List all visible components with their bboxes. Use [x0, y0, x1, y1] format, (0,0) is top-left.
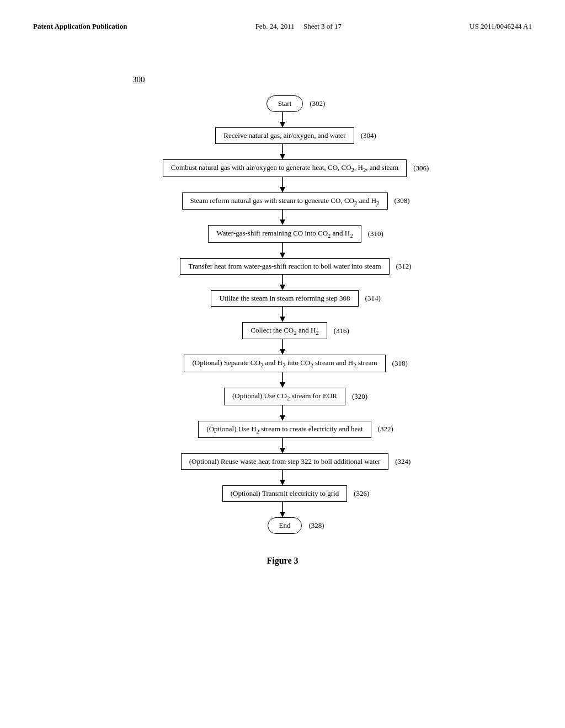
step-322: (Optional) Use H2 stream to create elect… [198, 421, 371, 438]
step-324: (Optional) Reuse waste heat from step 32… [181, 453, 389, 470]
header-right: US 2011/0046244 A1 [470, 22, 532, 31]
flow-row-314: Utilize the steam in steam reforming ste… [33, 290, 532, 307]
header-date: Feb. 24, 2011 [255, 22, 295, 30]
svg-marker-5 [280, 187, 285, 192]
step-314-label: (314) [365, 294, 393, 303]
step-328-label: (328) [308, 521, 336, 530]
flow-row-308: Steam reform natural gas with steam to g… [33, 192, 532, 210]
step-316-label: (316) [334, 326, 361, 335]
step-310: Water-gas-shift remaining CO into CO2 an… [208, 225, 361, 243]
arrow-9 [278, 372, 287, 388]
header-left: Patent Application Publication [33, 22, 127, 31]
figure-caption: Figure 3 [266, 556, 298, 566]
arrow-11 [278, 438, 287, 453]
svg-marker-25 [280, 512, 285, 517]
svg-marker-23 [280, 480, 285, 485]
flow-row-310: Water-gas-shift remaining CO into CO2 an… [33, 225, 532, 243]
flow-row-318: (Optional) Separate CO2 and H2 into CO2 … [33, 355, 532, 372]
step-320: (Optional) Use CO2 stream for EOR [224, 388, 345, 405]
arrow-2 [278, 144, 287, 159]
arrow-5 [278, 243, 287, 258]
flow-row-326: (Optional) Transmit electricity to grid … [33, 485, 532, 502]
step-318: (Optional) Separate CO2 and H2 into CO2 … [184, 355, 385, 372]
flow-wrapper: Start (302) Receive natural gas, air/oxy… [33, 95, 532, 534]
header-center: Feb. 24, 2011 Sheet 3 of 17 [255, 22, 342, 31]
arrow-6 [278, 275, 287, 290]
flow-row-322: (Optional) Use H2 stream to create elect… [33, 421, 532, 438]
step-312: Transfer heat from water-gas-shift react… [180, 258, 389, 275]
svg-marker-1 [280, 122, 285, 127]
step-304: Receive natural gas, air/oxygen, and wat… [215, 127, 354, 144]
arrow-7 [278, 307, 287, 322]
arrow-8 [278, 339, 287, 355]
svg-marker-19 [280, 415, 285, 421]
step-318-label: (318) [392, 359, 420, 368]
page-header: Patent Application Publication Feb. 24, … [33, 22, 532, 31]
step-326-label: (326) [354, 489, 381, 498]
step-308: Steam reform natural gas with steam to g… [182, 192, 388, 210]
flow-row-312: Transfer heat from water-gas-shift react… [33, 258, 532, 275]
arrow-13 [278, 502, 287, 517]
flow-row-304: Receive natural gas, air/oxygen, and wat… [33, 127, 532, 144]
step-322-label: (322) [378, 425, 406, 433]
step-302: Start [266, 95, 303, 112]
flow-row-302: Start (302) [33, 95, 532, 112]
flow-row-320: (Optional) Use CO2 stream for EOR (320) [33, 388, 532, 405]
svg-marker-3 [280, 154, 285, 159]
flow-row-306: Combust natural gas with air/oxygen to g… [33, 159, 532, 177]
step-326: (Optional) Transmit electricity to grid [222, 485, 347, 502]
arrow-3 [278, 177, 287, 192]
step-314: Utilize the steam in steam reforming ste… [211, 290, 358, 307]
step-308-label: (308) [395, 196, 422, 205]
step-324-label: (324) [395, 457, 423, 466]
step-306: Combust natural gas with air/oxygen to g… [163, 159, 407, 177]
diagram-id: 300 [132, 75, 145, 84]
arrow-10 [278, 405, 287, 421]
step-320-label: (320) [352, 392, 380, 401]
svg-marker-11 [280, 285, 285, 290]
step-316: Collect the CO2 and H2 [242, 322, 327, 340]
page: Patent Application Publication Feb. 24, … [0, 0, 565, 728]
arrow-1 [278, 112, 287, 127]
arrow-4 [278, 210, 287, 225]
header-sheet: Sheet 3 of 17 [303, 22, 342, 30]
step-304-label: (304) [361, 131, 388, 140]
svg-marker-9 [280, 253, 285, 258]
step-312-label: (312) [396, 262, 424, 271]
flow-row-328: End (328) [33, 517, 532, 534]
diagram-container: 300 Start (302) Receive natural gas, air… [33, 64, 532, 566]
svg-marker-15 [280, 349, 285, 355]
flow-row-324: (Optional) Reuse waste heat from step 32… [33, 453, 532, 470]
svg-marker-17 [280, 382, 285, 388]
svg-marker-21 [280, 448, 285, 453]
step-310-label: (310) [368, 229, 396, 238]
svg-marker-13 [280, 317, 285, 322]
svg-marker-7 [280, 220, 285, 225]
step-306-label: (306) [413, 164, 441, 173]
step-302-label: (302) [310, 99, 337, 108]
flow-row-316: Collect the CO2 and H2 (316) [33, 322, 532, 340]
step-328: End [268, 517, 302, 534]
arrow-12 [278, 470, 287, 485]
